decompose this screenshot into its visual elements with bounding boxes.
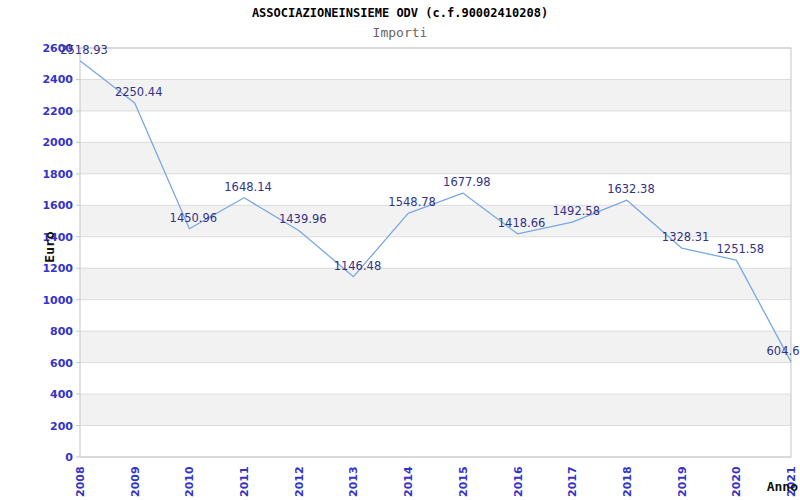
y-tick-label: 200 (50, 420, 73, 433)
point-label: 1328.31 (662, 230, 710, 244)
point-label: 604.6 (767, 344, 800, 358)
plot-band (80, 142, 791, 173)
point-label: 1677.98 (443, 175, 491, 189)
x-tick-label: 2012 (293, 466, 306, 497)
x-tick-label: 2014 (402, 466, 415, 497)
y-tick-label: 600 (50, 357, 73, 370)
plot-band (80, 394, 791, 425)
x-axis-title: Anno (767, 479, 798, 494)
y-tick-label: 2400 (42, 73, 73, 86)
plot-band (80, 79, 791, 110)
y-tick-label: 2000 (42, 136, 73, 149)
point-label: 1548.78 (388, 195, 436, 209)
y-tick-label: 1800 (42, 168, 73, 181)
point-label: 1439.96 (279, 212, 327, 226)
point-label: 1450.96 (170, 211, 218, 225)
x-tick-label: 2017 (566, 466, 579, 497)
point-label: 1418.66 (498, 216, 546, 230)
point-label: 1632.38 (607, 182, 655, 196)
y-tick-label: 1000 (42, 294, 73, 307)
x-tick-label: 2020 (730, 466, 743, 497)
line-chart-plot: 0200400600800100012001400160018002000220… (0, 0, 800, 500)
y-tick-label: 2200 (42, 105, 73, 118)
chart-subtitle: Importi (0, 25, 800, 40)
y-axis-title: Euro (42, 231, 57, 262)
chart-container: ASSOCIAZIONEINSIEME ODV (c.f.90002410208… (0, 0, 800, 500)
point-label: 2250.44 (115, 85, 163, 99)
x-tick-label: 2011 (238, 466, 251, 497)
point-label: 1251.58 (717, 242, 765, 256)
x-tick-label: 2010 (183, 466, 196, 497)
x-tick-label: 2009 (129, 466, 142, 497)
x-tick-label: 2016 (512, 466, 525, 497)
y-tick-label: 1600 (42, 199, 73, 212)
chart-title: ASSOCIAZIONEINSIEME ODV (c.f.90002410208… (0, 6, 800, 20)
x-tick-label: 2015 (457, 466, 470, 497)
y-tick-label: 400 (50, 388, 73, 401)
point-label: 1146.48 (334, 259, 382, 273)
point-label: 1648.14 (224, 180, 272, 194)
x-tick-label: 2008 (74, 466, 87, 497)
plot-band (80, 268, 791, 299)
x-tick-label: 2013 (347, 466, 360, 497)
x-tick-label: 2019 (676, 466, 689, 497)
x-tick-label: 2018 (621, 466, 634, 497)
point-label: 1492.58 (552, 204, 600, 218)
plot-band (80, 331, 791, 362)
y-tick-label: 0 (65, 451, 73, 464)
point-label: 2518.93 (60, 43, 108, 57)
y-tick-label: 800 (50, 325, 73, 338)
y-tick-label: 1200 (42, 262, 73, 275)
